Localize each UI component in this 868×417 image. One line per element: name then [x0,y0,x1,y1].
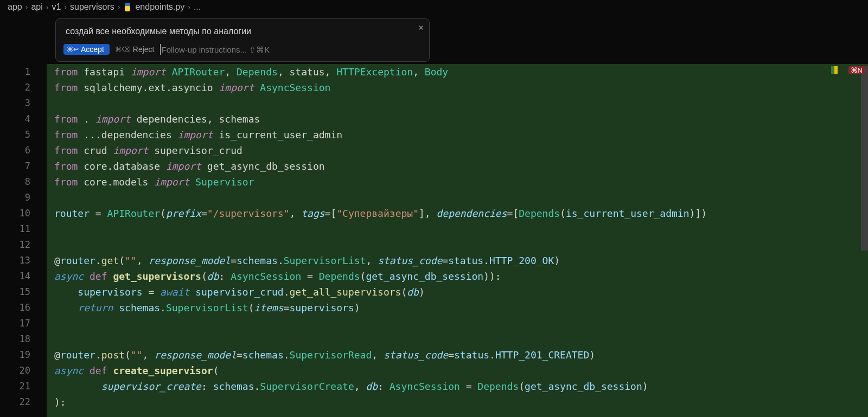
line-number: 10 [0,206,30,221]
breadcrumb-item[interactable]: v1 [52,2,61,12]
accept-shortcut: ⌘↩ [67,46,79,53]
line-number: 13 [0,253,30,268]
code-line[interactable]: from . import dependencies, schemas [47,111,868,127]
reject-shortcut: ⌘⌫ [115,46,131,53]
code-line[interactable] [47,95,868,111]
code-line[interactable]: async def get_supervisors(db: AsyncSessi… [47,268,868,284]
chevron-right-icon: › [188,3,190,11]
inline-chat-actions: ⌘↩ Accept ⌘⌫ Reject [56,41,429,61]
code-area[interactable]: from fastapi import APIRouter, Depends, … [47,64,868,417]
line-number-gutter: 12345678910111213141516171819202122 [0,64,47,417]
line-number: 16 [0,300,30,316]
line-number: 5 [0,127,30,143]
code-line[interactable] [47,237,868,253]
chevron-right-icon: › [64,3,67,11]
inline-chat-message: создай все необходимые методы по аналоги… [56,19,429,41]
reject-button[interactable]: ⌘⌫ Reject [115,45,155,54]
chevron-right-icon: › [118,3,120,11]
code-line[interactable]: supervisor_create: schemas.SupervisorCre… [47,378,868,394]
code-line[interactable]: from core.database import get_async_db_s… [47,158,868,174]
code-line[interactable]: async def create_supervisor( [47,363,868,378]
diff-marker-icon [831,66,838,74]
code-line[interactable]: @router.get("", response_model=schemas.S… [47,253,868,268]
line-number: 12 [0,237,30,253]
code-line[interactable]: from fastapi import APIRouter, Depends, … [47,64,868,80]
followup-input[interactable] [160,44,423,55]
breadcrumb-item[interactable]: app [8,2,22,12]
command-n-badge[interactable]: ⌘N [848,66,865,74]
line-number: 3 [0,95,30,111]
breadcrumb-item[interactable]: supervisors [70,2,114,12]
code-line[interactable] [47,190,868,206]
breadcrumb-more[interactable]: ... [194,2,201,12]
code-line[interactable] [47,316,868,331]
code-line[interactable]: from crud import supervisor_crud [47,143,868,158]
code-line[interactable] [47,221,868,237]
code-line[interactable]: from core.models import Supervisor [47,174,868,190]
accept-label: Accept [81,45,104,54]
close-icon[interactable]: × [418,22,424,33]
code-line[interactable]: supervisors = await supervisor_crud.get_… [47,284,868,300]
breadcrumb: app › api › v1 › supervisors › endpoints… [0,0,868,15]
line-number: 6 [0,143,30,158]
line-number: 4 [0,111,30,127]
scrollbar-thumb[interactable] [861,66,868,251]
code-line[interactable]: router = APIRouter(prefix="/supervisors"… [47,206,868,221]
line-number: 18 [0,331,30,347]
accept-button[interactable]: ⌘↩ Accept [63,44,110,55]
line-number: 17 [0,316,30,331]
chevron-right-icon: › [46,3,49,11]
code-line[interactable]: @router.post("", response_model=schemas.… [47,347,868,363]
inline-chat-widget: × создай все необходимые методы по анало… [55,18,430,62]
code-line[interactable] [47,331,868,347]
line-number: 11 [0,221,30,237]
python-file-icon [123,3,132,11]
line-number: 2 [0,80,30,95]
line-number: 22 [0,394,30,410]
line-number: 8 [0,174,30,190]
line-number: 14 [0,268,30,284]
line-number: 1 [0,64,30,80]
code-editor[interactable]: 12345678910111213141516171819202122 from… [0,64,868,417]
line-number: 19 [0,347,30,363]
line-number: 21 [0,378,30,394]
line-number: 7 [0,158,30,174]
code-line[interactable]: ): [47,394,868,410]
code-line[interactable]: from ...dependencies import is_current_u… [47,127,868,143]
line-number: 9 [0,190,30,206]
code-line[interactable]: from sqlalchemy.ext.asyncio import Async… [47,80,868,95]
breadcrumb-item[interactable]: api [31,2,42,12]
line-number: 20 [0,363,30,378]
code-line[interactable]: return schemas.SupervisorList(items=supe… [47,300,868,316]
breadcrumb-item[interactable]: endpoints.py [135,2,184,12]
chevron-right-icon: › [25,3,28,11]
reject-label: Reject [133,45,155,54]
line-number: 15 [0,284,30,300]
